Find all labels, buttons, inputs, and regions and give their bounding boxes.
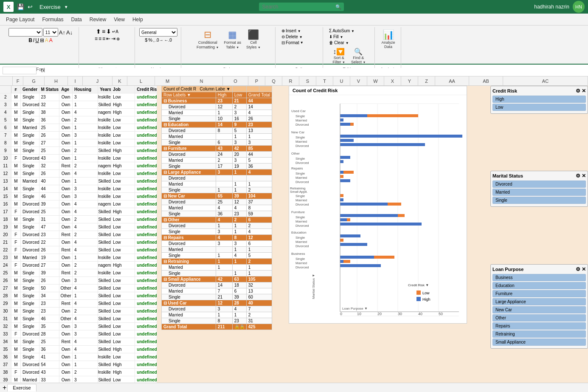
cell-f[interactable]: M <box>11 178 21 185</box>
cell-housing[interactable]: 1 <box>73 139 98 147</box>
cell-credit[interactable]: undefined <box>135 330 157 338</box>
cell-age[interactable]: Own <box>59 307 73 315</box>
cell-gender[interactable]: Single <box>21 139 39 147</box>
cell-job[interactable]: Low <box>111 323 135 330</box>
quick-access-undo[interactable]: ↩ <box>28 3 33 10</box>
cell-marital[interactable]: 25 <box>39 338 60 345</box>
cell-marital[interactable]: 26 <box>39 246 60 254</box>
cell-years[interactable]: Unskilled <box>98 269 111 276</box>
cell-housing[interactable]: 4 <box>73 285 98 292</box>
cell-housing[interactable]: 2 <box>73 269 98 276</box>
cell-gender[interactable]: Single <box>21 170 39 177</box>
cell-marital[interactable]: 54 <box>39 361 60 368</box>
cell-housing[interactable]: 1 <box>73 155 98 162</box>
quick-access-save[interactable]: 💾 <box>17 3 24 10</box>
cell-credit[interactable]: undefined <box>135 208 157 215</box>
cell-housing[interactable]: 4 <box>73 346 98 353</box>
cell-gender[interactable]: Single <box>21 315 39 322</box>
cell-age[interactable]: Own <box>59 208 73 215</box>
comma-button[interactable]: , <box>153 37 155 42</box>
cell-years[interactable]: Unskilled <box>98 185 111 192</box>
fill-button[interactable]: ⬇ Fill ▼ <box>327 34 371 39</box>
cell-housing[interactable]: 4 <box>73 246 98 254</box>
cell-f[interactable]: F <box>11 239 21 246</box>
cell-years[interactable]: Skilled <box>98 292 111 299</box>
cell-gender[interactable]: Single <box>21 338 39 345</box>
cell-age[interactable]: Other <box>59 285 73 292</box>
cell-housing[interactable]: 1 <box>73 361 98 368</box>
cell-age[interactable]: Own <box>59 178 73 185</box>
menu-help[interactable]: Help <box>129 15 146 24</box>
cell-housing[interactable]: 4 <box>73 315 98 322</box>
cell-years[interactable]: Skilled <box>98 216 111 223</box>
cell-gender[interactable]: Single <box>21 132 39 139</box>
font-grow-button[interactable]: A↑ <box>59 29 65 36</box>
cell-age[interactable]: Own <box>59 132 73 139</box>
cell-f[interactable]: M <box>11 139 21 147</box>
cell-gender[interactable]: Single <box>21 93 39 101</box>
cell-marital[interactable]: 36 <box>39 116 60 124</box>
format-button[interactable]: ⊟ Format ▼ <box>280 40 319 45</box>
cell-age[interactable]: Other <box>59 315 73 322</box>
cell-f[interactable]: F <box>11 231 21 238</box>
cell-job[interactable]: Low <box>111 193 135 200</box>
cell-gender[interactable]: Divorced <box>21 262 39 269</box>
cell-credit[interactable]: undefined <box>135 178 157 185</box>
cell-f[interactable]: M <box>11 216 21 223</box>
cell-job[interactable]: High <box>111 262 135 269</box>
cell-housing[interactable]: 2 <box>73 262 98 269</box>
cell-marital[interactable]: 34 <box>39 292 60 299</box>
cell-styles-button[interactable]: ⬛ CellStyles ▼ <box>244 28 263 51</box>
cell-credit[interactable]: undefined <box>135 239 157 246</box>
cell-marital[interactable]: 32 <box>39 162 60 169</box>
cell-gender[interactable]: Divorced <box>21 200 39 208</box>
cell-f[interactable]: F <box>11 369 21 376</box>
cell-f[interactable]: F <box>11 208 21 215</box>
cell-f[interactable]: M <box>11 223 21 231</box>
cell-marital[interactable]: 41 <box>39 353 60 361</box>
cell-credit[interactable]: undefined <box>135 231 157 238</box>
cell-marital[interactable]: 46 <box>39 193 60 200</box>
cell-marital[interactable]: 39 <box>39 200 60 208</box>
cell-housing[interactable]: 4 <box>73 109 98 116</box>
cell-f[interactable]: F <box>11 155 21 162</box>
cell-f[interactable]: M <box>11 124 21 131</box>
cell-credit[interactable]: undefined <box>135 323 157 330</box>
cell-years[interactable]: Management <box>98 109 111 116</box>
format-as-table-button[interactable]: ▦ Format asTable ▼ <box>222 28 243 51</box>
cell-gender[interactable]: Divorced <box>21 101 39 108</box>
cell-gender[interactable]: Single <box>21 162 39 169</box>
marital-status-item-single[interactable]: Single <box>492 197 586 204</box>
clear-button[interactable]: 🗑 Clear ▼ <box>327 40 371 45</box>
cell-age[interactable]: Own <box>59 277 73 284</box>
cell-credit[interactable]: undefined <box>135 170 157 177</box>
cell-years[interactable]: Skilled <box>98 346 111 353</box>
cell-housing[interactable]: 2 <box>73 162 98 169</box>
delete-button[interactable]: ⊖ Delete ▼ <box>280 34 319 39</box>
cell-years[interactable]: Skilled <box>98 323 111 330</box>
sort-filter-button[interactable]: ↕🔽 Sort &Filter ▼ <box>331 46 347 65</box>
cell-years[interactable]: Unskilled <box>98 132 111 139</box>
font-shrink-button[interactable]: A↓ <box>66 29 73 36</box>
cell-age[interactable]: Own <box>59 147 73 154</box>
cell-credit[interactable]: undefined <box>135 338 157 345</box>
cell-job[interactable]: High <box>111 361 135 368</box>
cell-gender[interactable]: Single <box>21 277 39 284</box>
cell-marital[interactable]: 19 <box>39 254 60 261</box>
cell-f[interactable]: M <box>11 269 21 276</box>
bold-button[interactable]: B <box>28 37 32 43</box>
cell-job[interactable]: Low <box>111 239 135 246</box>
cell-gender[interactable]: Single <box>21 147 39 154</box>
cell-job[interactable]: High <box>111 369 135 376</box>
accounting-button[interactable]: $ <box>145 37 147 42</box>
cell-job[interactable]: Low <box>111 116 135 124</box>
cell-marital[interactable]: 39 <box>39 269 60 276</box>
decimal-increase-button[interactable]: .0→ <box>155 38 163 42</box>
cell-years[interactable]: Skilled <box>98 239 111 246</box>
cell-job[interactable]: Low <box>111 307 135 315</box>
loan-purpose-item-small-appliance[interactable]: Small Appliance <box>492 338 586 346</box>
cell-job[interactable]: Low <box>111 277 135 284</box>
indent-increase-button[interactable]: ⇥ <box>111 36 115 42</box>
loan-purpose-item-large-appliance[interactable]: Large Appliance <box>492 298 586 305</box>
cell-job[interactable]: Low <box>111 216 135 223</box>
